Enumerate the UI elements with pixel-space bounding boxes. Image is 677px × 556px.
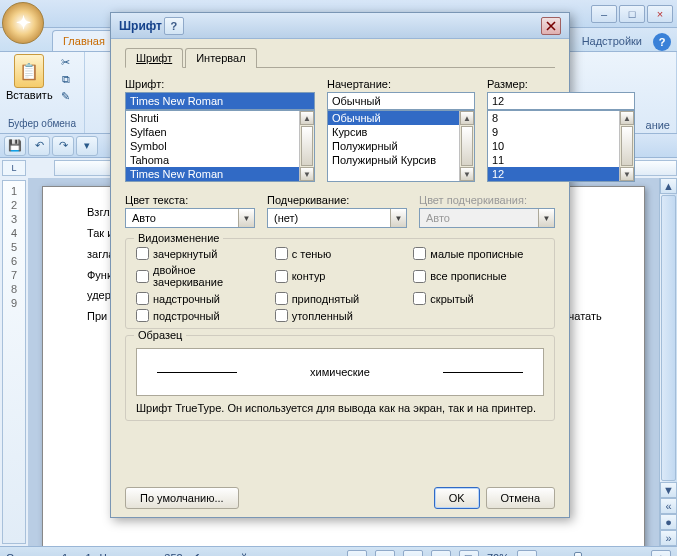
list-item[interactable]: 12 [488,167,634,181]
office-button[interactable]: ✦ [2,2,44,44]
list-item[interactable]: 11 [488,153,634,167]
chevron-down-icon: ▼ [390,209,406,227]
zoom-slider-thumb[interactable] [574,552,582,557]
undo-button[interactable]: ↶ [28,136,50,156]
browse-object-button[interactable]: ● [660,514,677,530]
list-item[interactable]: Обычный [328,111,474,125]
check-allcaps[interactable]: все прописные [413,264,544,288]
check-shadow[interactable]: с тенью [275,247,406,260]
vertical-scrollbar[interactable]: ▲ ▼ « ● » [659,178,677,546]
scroll-up-arrow[interactable]: ▲ [660,178,677,194]
view-outline-button[interactable]: ≡ [431,550,451,557]
underline-combo[interactable]: (нет)▼ [267,208,407,228]
status-words[interactable]: Число слов: 352 [100,552,183,557]
status-spellcheck-icon[interactable]: ✔ [191,551,200,556]
scroll-thumb[interactable] [661,195,676,481]
save-button[interactable]: 💾 [4,136,26,156]
list-item[interactable]: 8 [488,111,634,125]
chevron-down-icon: ▼ [238,209,254,227]
preview-legend: Образец [134,329,186,341]
scroll-down-arrow[interactable]: ▼ [660,482,677,498]
size-listbox[interactable]: 89101112▲▼ [487,110,635,182]
dialog-titlebar[interactable]: Шрифт ? [111,13,569,39]
status-page[interactable]: Страница: 1 из 1 [6,552,92,557]
view-draft-button[interactable]: ▤ [459,550,479,557]
maximize-button[interactable]: □ [619,5,645,23]
size-label: Размер: [487,78,635,90]
status-lang[interactable]: русский [208,552,247,557]
font-color-combo[interactable]: Авто▼ [125,208,255,228]
cut-button[interactable]: ✂ [57,54,75,70]
list-item[interactable]: 9 [488,125,634,139]
size-input[interactable] [487,92,635,110]
next-page-button[interactable]: » [660,530,677,546]
font-listbox[interactable]: ShrutiSylfaenSymbolTahomaTimes New Roman… [125,110,315,182]
check-strike[interactable]: зачеркнутый [136,247,267,260]
check-sub[interactable]: подстрочный [136,309,267,322]
zoom-in-button[interactable]: + [651,550,671,557]
style-listbox[interactable]: ОбычныйКурсивПолужирныйПолужирный Курсив… [327,110,475,182]
dialog-help-button[interactable]: ? [164,17,184,35]
prev-page-button[interactable]: « [660,498,677,514]
statusbar: Страница: 1 из 1 Число слов: 352 ✔ русск… [0,546,677,556]
partial-label: ание [646,119,670,131]
qat-customize-button[interactable]: ▾ [76,136,98,156]
zoom-percent[interactable]: 70% [487,552,509,557]
dialog-close-button[interactable] [541,17,561,35]
underline-label: Подчеркивание: [267,194,407,206]
tab-home[interactable]: Главная [52,30,116,51]
cancel-button[interactable]: Отмена [486,487,555,509]
copy-button[interactable]: ⧉ [57,71,75,87]
clipboard-icon: 📋 [14,54,44,88]
redo-button[interactable]: ↷ [52,136,74,156]
format-painter-button[interactable]: ✎ [57,88,75,104]
list-item[interactable]: Sylfaen [126,125,314,139]
font-label: Шрифт: [125,78,315,90]
check-smallcaps[interactable]: малые прописные [413,247,544,260]
check-hidden[interactable]: скрытый [413,292,544,305]
effects-group: Видоизменение зачеркнутый с тенью малые … [125,238,555,329]
zoom-out-button[interactable]: − [517,550,537,557]
paste-label: Вставить [6,89,53,101]
list-item[interactable]: Times New Roman [126,167,314,181]
paste-button[interactable]: 📋 Вставить [6,54,53,104]
underline-color-label: Цвет подчеркивания: [419,194,555,206]
effects-legend: Видоизменение [134,232,223,244]
list-item[interactable]: Полужирный Курсив [328,153,474,167]
tab-interval[interactable]: Интервал [185,48,256,68]
view-fullscreen-button[interactable]: ▭ [375,550,395,557]
list-item[interactable]: 10 [488,139,634,153]
font-input[interactable] [125,92,315,110]
check-super[interactable]: надстрочный [136,292,267,305]
default-button[interactable]: По умолчанию... [125,487,239,509]
chevron-down-icon: ▼ [538,209,554,227]
preview-box: химические [136,348,544,396]
preview-group: Образец химические Шрифт TrueType. Он ис… [125,335,555,421]
close-button[interactable]: × [647,5,673,23]
tab-addins[interactable]: Надстройки [571,30,653,51]
check-engrave[interactable]: утопленный [275,309,406,322]
list-item[interactable]: Полужирный [328,139,474,153]
vertical-ruler[interactable]: 123456789 [2,180,26,544]
view-print-layout-button[interactable]: ▭ [347,550,367,557]
help-icon[interactable]: ? [653,33,671,51]
ribbon-group-clipboard: 📋 Вставить ✂ ⧉ ✎ Буфер обмена [0,52,85,133]
check-outline[interactable]: контур [275,264,406,288]
list-item[interactable]: Tahoma [126,153,314,167]
dialog-tabs: Шрифт Интервал [125,47,555,68]
close-icon [546,21,556,31]
list-item[interactable]: Shruti [126,111,314,125]
dialog-title: Шрифт [119,19,162,33]
check-emboss[interactable]: приподнятый [275,292,406,305]
list-item[interactable]: Курсив [328,125,474,139]
ruler-corner[interactable]: L [2,160,26,176]
style-input[interactable] [327,92,475,110]
font-dialog: Шрифт ? Шрифт Интервал Шрифт: ShrutiSylf… [110,12,570,518]
word-window: ✦ – □ × Главная Надстройки ? 📋 Вставить … [0,0,677,556]
list-item[interactable]: Symbol [126,139,314,153]
minimize-button[interactable]: – [591,5,617,23]
ok-button[interactable]: OK [434,487,480,509]
tab-font[interactable]: Шрифт [125,48,183,68]
check-dstrike[interactable]: двойное зачеркивание [136,264,267,288]
view-web-button[interactable]: ▭ [403,550,423,557]
